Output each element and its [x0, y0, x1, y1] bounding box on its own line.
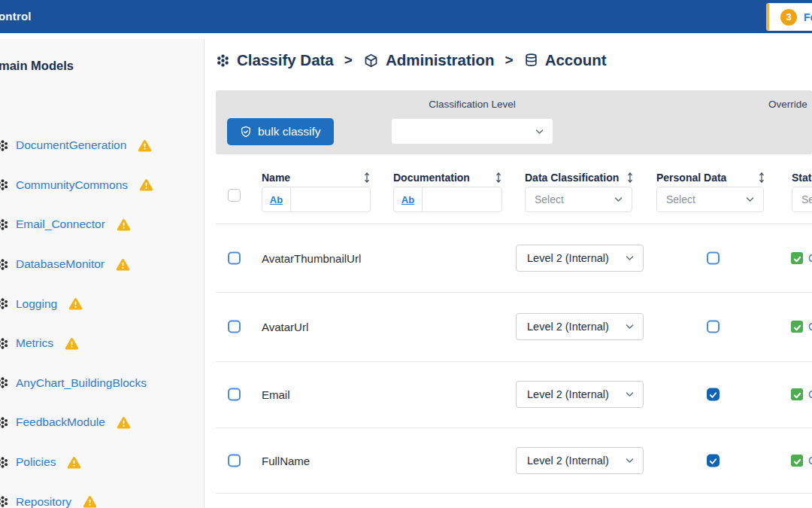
- data-classification-value: Level 2 (Internal): [527, 252, 609, 264]
- breadcrumb-classify-data[interactable]: Classify Data: [216, 51, 334, 69]
- sidebar-item-repository[interactable]: Repository: [0, 482, 204, 508]
- data-classification-filter-select[interactable]: Select: [525, 187, 632, 212]
- column-label: Name: [262, 172, 290, 184]
- breadcrumb-separator: >: [505, 52, 514, 68]
- sidebar-item-anychart-buildingblocks[interactable]: AnyChart_BuildingBlocks: [0, 364, 204, 403]
- shield-check-icon: [240, 126, 252, 138]
- status-label[interactable]: Classified: [808, 321, 812, 333]
- personal-data-filter-select[interactable]: Select: [656, 187, 764, 212]
- sidebar-item-label[interactable]: Logging: [16, 297, 57, 311]
- row-checkbox[interactable]: [228, 321, 241, 333]
- breadcrumb-label: Account: [545, 51, 607, 69]
- sidebar-item-label[interactable]: FeedbackModule: [16, 415, 105, 429]
- sidebar-item-logging[interactable]: Logging: [0, 284, 204, 324]
- personal-data-checkbox[interactable]: [707, 251, 720, 264]
- feedback-label: Feedback: [804, 11, 812, 23]
- column-header-data-classification: Data Classification: [525, 172, 634, 184]
- sidebar-item-label[interactable]: CommunityCommons: [16, 178, 128, 192]
- data-classification-value: Level 2 (Internal): [527, 455, 609, 467]
- feedback-button[interactable]: 3 Feedback: [766, 3, 812, 31]
- domain-model-icon: [0, 456, 9, 469]
- status-label[interactable]: Classified: [808, 455, 812, 467]
- text-filter-mode-button[interactable]: Ab: [262, 187, 291, 211]
- domain-model-icon: [0, 495, 9, 508]
- row-checkbox[interactable]: [228, 454, 241, 467]
- attribute-name: AvatarUrl: [262, 321, 308, 333]
- select-all-checkbox[interactable]: [228, 189, 241, 202]
- data-classification-select[interactable]: Level 2 (Internal): [516, 245, 644, 272]
- domain-model-icon: [0, 376, 9, 389]
- status-filter-select[interactable]: Select: [792, 187, 812, 212]
- feedback-count-badge: 3: [780, 9, 797, 26]
- bulk-classify-button[interactable]: bulk classify: [227, 118, 334, 145]
- sidebar-item-policies[interactable]: Policies: [0, 443, 204, 482]
- personal-data-checkbox[interactable]: [707, 321, 720, 333]
- warning-icon: [65, 336, 79, 351]
- sidebar-item-label[interactable]: Metrics: [16, 336, 53, 350]
- sidebar-item-email-connector[interactable]: Email_Connector: [0, 205, 204, 245]
- select-placeholder: Select: [535, 193, 564, 205]
- attribute-name: AvatarThumbnailUrl: [262, 251, 361, 264]
- sidebar-item-label[interactable]: AnyChart_BuildingBlocks: [16, 376, 147, 390]
- sidebar-item-label[interactable]: Email_Connector: [16, 217, 105, 231]
- row-checkbox[interactable]: [228, 388, 241, 401]
- table-row: AvatarUrl Level 2 (Internal) Classified: [216, 292, 812, 361]
- classification-level-label: Classification Level: [391, 99, 553, 110]
- sidebar-item-label[interactable]: DocumentGeneration: [16, 138, 126, 152]
- chevron-down-icon: [625, 455, 635, 465]
- sort-icon[interactable]: [363, 172, 371, 184]
- sidebar-item-databasemonitor[interactable]: DatabaseMonitor: [0, 245, 204, 284]
- data-classification-select[interactable]: Level 2 (Internal): [516, 313, 644, 340]
- sidebar-item-label[interactable]: Policies: [16, 455, 56, 469]
- documentation-filter-input[interactable]: [423, 187, 501, 211]
- breadcrumb-account[interactable]: Account: [524, 51, 607, 69]
- row-checkbox[interactable]: [228, 251, 241, 264]
- text-filter-mode-button[interactable]: Ab: [394, 187, 423, 211]
- status-label[interactable]: Classified: [808, 252, 812, 264]
- personal-data-checkbox[interactable]: [707, 388, 720, 401]
- chevron-down-icon: [625, 253, 635, 263]
- sidebar-item-metrics[interactable]: Metrics: [0, 324, 204, 364]
- warning-icon: [138, 138, 152, 153]
- sidebar-item-communitycommons[interactable]: CommunityCommons: [0, 166, 204, 205]
- column-label: Status: [792, 172, 812, 184]
- app-title: ontrol: [0, 10, 32, 23]
- top-bar: ontrol 3 Feedback: [0, 0, 812, 33]
- sidebar-item-documentgeneration[interactable]: DocumentGeneration: [0, 126, 204, 166]
- domain-model-icon: [0, 337, 9, 350]
- sort-icon[interactable]: [758, 172, 765, 184]
- status-label[interactable]: Classified: [808, 388, 812, 400]
- status-cell: Classified: [791, 388, 812, 400]
- name-filter-input[interactable]: [291, 187, 370, 211]
- bulk-classify-label: bulk classify: [258, 125, 321, 138]
- status-cell: Classified: [791, 321, 812, 333]
- breadcrumb-administration[interactable]: Administration: [363, 51, 495, 69]
- data-classification-value: Level 2 (Internal): [527, 321, 609, 333]
- sort-icon[interactable]: [626, 172, 634, 184]
- attribute-name: Email: [262, 388, 290, 401]
- warning-icon: [139, 178, 153, 192]
- personal-data-checkbox[interactable]: [707, 454, 720, 467]
- sidebar-item-feedbackmodule[interactable]: FeedbackModule: [0, 403, 204, 443]
- sort-icon[interactable]: [495, 172, 502, 184]
- data-classification-select[interactable]: Level 2 (Internal): [516, 447, 644, 474]
- data-classification-select[interactable]: Level 2 (Internal): [516, 381, 644, 408]
- classification-level-select[interactable]: [391, 118, 553, 144]
- warning-icon: [117, 415, 131, 430]
- status-cell: Classified: [791, 455, 812, 467]
- sidebar-item-label[interactable]: Repository: [16, 495, 71, 508]
- column-header-name: Name: [262, 172, 371, 184]
- table-row: FullName Level 2 (Internal) Classified: [216, 427, 812, 493]
- classified-check-icon: [791, 321, 803, 333]
- breadcrumb-separator: >: [344, 52, 353, 68]
- select-placeholder: Select: [666, 193, 695, 205]
- breadcrumb-label: Administration: [386, 51, 495, 69]
- column-label: Documentation: [393, 172, 470, 184]
- domain-model-list: DocumentGeneration CommunityCommons Emai…: [0, 126, 204, 508]
- column-label: Personal Data: [656, 172, 726, 184]
- sidebar-item-label[interactable]: DatabaseMonitor: [16, 257, 105, 271]
- domain-model-icon: [0, 258, 9, 271]
- name-filter: Ab: [262, 187, 371, 212]
- warning-icon: [83, 494, 97, 508]
- sidebar: main Models DocumentGeneration Community…: [0, 39, 205, 508]
